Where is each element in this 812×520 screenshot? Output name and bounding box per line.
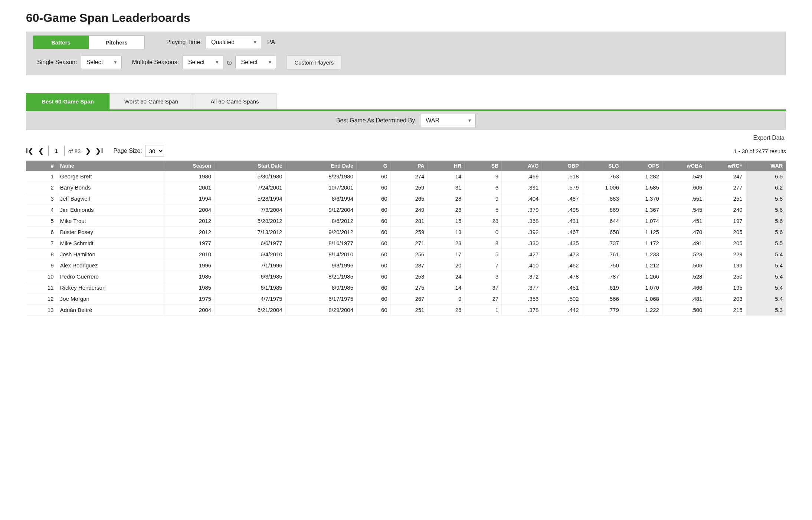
cell-ops: 1.370 xyxy=(622,193,662,204)
cell-g: 60 xyxy=(357,171,391,182)
cell-g: 60 xyxy=(357,249,391,260)
col-header-avg[interactable]: AVG xyxy=(502,161,542,171)
cell-season: 1977 xyxy=(165,238,215,249)
cell-slg: 1.006 xyxy=(582,182,622,193)
cell-pa: 265 xyxy=(390,193,428,204)
cell-war: 5.4 xyxy=(746,271,786,282)
tab-worst-span[interactable]: Worst 60-Game Span xyxy=(109,93,193,109)
table-row: 2Barry Bonds20017/24/200110/7/2001602593… xyxy=(26,182,786,193)
multi-season-from-select[interactable]: Select ▼ xyxy=(183,56,223,69)
cell-woba: .606 xyxy=(662,182,705,193)
playing-time-value: Qualified xyxy=(211,39,235,46)
col-header-pa[interactable]: PA xyxy=(390,161,428,171)
cell-slg: .763 xyxy=(582,171,622,182)
col-header-g[interactable]: G xyxy=(357,161,391,171)
cell-avg: .469 xyxy=(502,171,542,182)
cell-woba: .545 xyxy=(662,204,705,215)
cell-season: 2012 xyxy=(165,227,215,238)
cell-avg: .392 xyxy=(502,227,542,238)
cell-start: 6/3/1985 xyxy=(215,271,285,282)
chevron-down-icon: ▼ xyxy=(215,60,219,65)
cell-slg: .787 xyxy=(582,271,622,282)
col-header-start[interactable]: Start Date xyxy=(215,161,285,171)
cell-hr: 14 xyxy=(428,282,465,293)
cell-g: 60 xyxy=(357,260,391,271)
cell-avg: .378 xyxy=(502,305,542,316)
cell-num: 4 xyxy=(26,204,57,215)
chevron-down-icon: ▼ xyxy=(467,118,472,123)
col-header-woba[interactable]: wOBA xyxy=(662,161,705,171)
cell-end: 6/17/1975 xyxy=(285,293,356,305)
playing-time-select[interactable]: Qualified ▼ xyxy=(206,36,261,49)
cell-woba: .551 xyxy=(662,193,705,204)
cell-name[interactable]: Rickey Henderson xyxy=(57,282,165,293)
prev-page-icon[interactable]: ❮ xyxy=(37,147,45,155)
cell-name[interactable]: Jeff Bagwell xyxy=(57,193,165,204)
cell-name[interactable]: Joe Morgan xyxy=(57,293,165,305)
cell-name[interactable]: Josh Hamilton xyxy=(57,249,165,260)
batters-toggle[interactable]: Batters xyxy=(33,36,89,49)
col-header-ops[interactable]: OPS xyxy=(622,161,662,171)
cell-name[interactable]: Alex Rodriguez xyxy=(57,260,165,271)
col-header-hr[interactable]: HR xyxy=(428,161,465,171)
cell-obp: .435 xyxy=(542,238,582,249)
last-page-icon[interactable]: ❯I xyxy=(95,147,103,155)
multi-season-from-value: Select xyxy=(188,59,204,66)
cell-name[interactable]: Buster Posey xyxy=(57,227,165,238)
col-header-slg[interactable]: SLG xyxy=(582,161,622,171)
determined-by-select[interactable]: WAR ▼ xyxy=(420,114,476,127)
cell-hr: 20 xyxy=(428,260,465,271)
col-header-war[interactable]: WAR xyxy=(746,161,786,171)
cell-g: 60 xyxy=(357,305,391,316)
cell-wrc: 205 xyxy=(705,238,746,249)
cell-war: 5.6 xyxy=(746,204,786,215)
cell-obp: .462 xyxy=(542,260,582,271)
col-header-sb[interactable]: SB xyxy=(465,161,502,171)
cell-pa: 271 xyxy=(390,238,428,249)
cell-woba: .506 xyxy=(662,260,705,271)
cell-wrc: 250 xyxy=(705,271,746,282)
tab-best-span[interactable]: Best 60-Game Span xyxy=(26,93,109,109)
cell-name[interactable]: Mike Trout xyxy=(57,215,165,227)
cell-name[interactable]: Pedro Guerrero xyxy=(57,271,165,282)
cell-slg: .883 xyxy=(582,193,622,204)
cell-name[interactable]: Barry Bonds xyxy=(57,182,165,193)
cell-name[interactable]: Mike Schmidt xyxy=(57,238,165,249)
cell-sb: 3 xyxy=(465,271,502,282)
page-size-select[interactable]: 30 xyxy=(145,145,164,157)
export-data-link[interactable]: Export Data xyxy=(753,135,785,141)
table-row: 12Joe Morgan19754/7/19756/17/19756026792… xyxy=(26,293,786,305)
next-page-icon[interactable]: ❯ xyxy=(84,147,92,155)
cell-season: 1985 xyxy=(165,282,215,293)
cell-name[interactable]: Jim Edmonds xyxy=(57,204,165,215)
col-header-name[interactable]: Name xyxy=(57,161,165,171)
multi-season-to-select[interactable]: Select ▼ xyxy=(235,56,276,69)
tab-all-spans[interactable]: All 60-Game Spans xyxy=(193,93,276,109)
cell-num: 6 xyxy=(26,227,57,238)
cell-obp: .451 xyxy=(542,282,582,293)
cell-war: 5.4 xyxy=(746,282,786,293)
col-header-end[interactable]: End Date xyxy=(285,161,356,171)
page-number-input[interactable] xyxy=(48,146,65,156)
cell-end: 8/21/1985 xyxy=(285,271,356,282)
single-season-select[interactable]: Select ▼ xyxy=(81,56,122,69)
cell-war: 5.4 xyxy=(746,249,786,260)
chevron-down-icon: ▼ xyxy=(268,60,272,65)
cell-name[interactable]: Adrián Beltré xyxy=(57,305,165,316)
col-header-season[interactable]: Season xyxy=(165,161,215,171)
custom-players-button[interactable]: Custom Players xyxy=(287,55,341,69)
chevron-down-icon: ▼ xyxy=(113,60,118,65)
col-header-obp[interactable]: OBP xyxy=(542,161,582,171)
cell-avg: .377 xyxy=(502,282,542,293)
cell-num: 7 xyxy=(26,238,57,249)
cell-end: 8/16/1977 xyxy=(285,238,356,249)
results-count: 1 - 30 of 2477 results xyxy=(734,148,786,154)
col-header-wrc[interactable]: wRC+ xyxy=(705,161,746,171)
cell-name[interactable]: George Brett xyxy=(57,171,165,182)
col-header-num[interactable]: # xyxy=(26,161,57,171)
cell-ops: 1.282 xyxy=(622,171,662,182)
cell-pa: 249 xyxy=(390,204,428,215)
pitchers-toggle[interactable]: Pitchers xyxy=(89,36,144,49)
first-page-icon[interactable]: I❮ xyxy=(26,147,33,155)
cell-ops: 1.125 xyxy=(622,227,662,238)
